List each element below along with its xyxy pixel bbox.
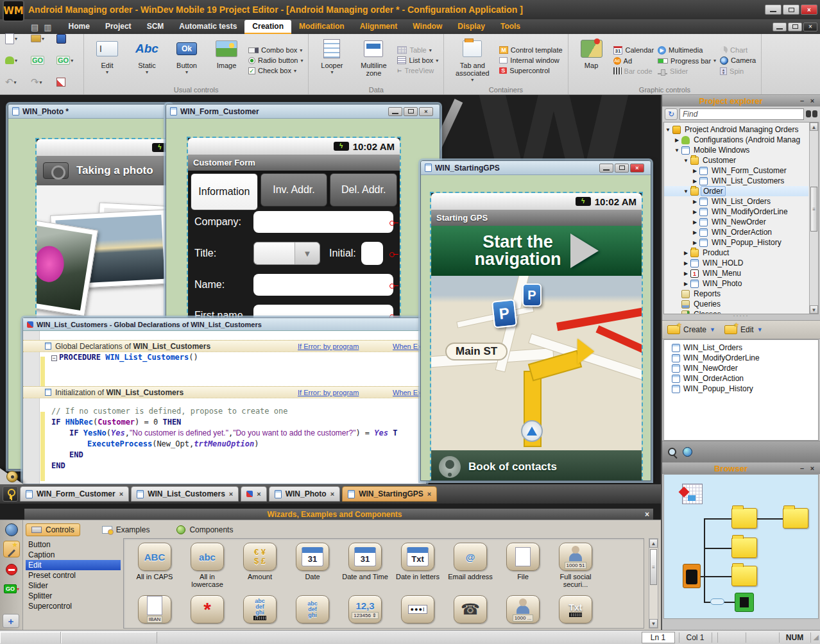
link-node-icon[interactable] (710, 598, 724, 605)
tab-del-addr[interactable]: Del. Addr. (330, 173, 397, 207)
code-line[interactable]: ExecuteProcess(New_Opt,trtMenuOption) (23, 439, 426, 450)
expand-icon[interactable]: ▶ (692, 168, 697, 174)
close-tab-icon[interactable]: × (229, 490, 233, 498)
win-form-title-bar[interactable]: WIN_Form_Customer × (166, 105, 440, 119)
combo-box-button[interactable]: Combo box▾ (248, 46, 303, 54)
tab-control-button[interactable]: Tab and associated▾ (449, 36, 495, 85)
tree-item[interactable]: ▼Mobile Windows (664, 145, 808, 155)
list-item[interactable]: WIN_NewOrder (665, 363, 817, 373)
mdi-close-button[interactable]: × (419, 107, 433, 116)
code-title-bar[interactable]: WIN_List_Customers - Global Declarations… (23, 318, 426, 331)
tree-item[interactable]: Reports (664, 289, 808, 299)
wizards-close-icon[interactable]: × (645, 510, 649, 519)
doc-tab-win_list_customers[interactable]: WIN_List_Customers× (131, 486, 239, 502)
button-control-button[interactable]: Ok Button▾ (169, 36, 205, 85)
find-input[interactable]: Find (679, 108, 804, 120)
wizard-badge-icon[interactable] (3, 521, 20, 538)
wizard-item[interactable]: abc def ghi (235, 595, 284, 623)
expand-icon[interactable]: ▶ (683, 250, 688, 256)
wizard-item[interactable]: 12,3123456 ⇕ (341, 595, 389, 623)
win-startinggps-window[interactable]: WIN_StartingGPS × ϟ 10:02 AM Starting GP… (420, 160, 651, 481)
expand-icon[interactable]: ▼ (683, 158, 688, 164)
expand-icon[interactable]: ▶ (674, 137, 679, 143)
scroll-thumb[interactable]: ≡ (810, 187, 817, 232)
go-test-button[interactable]: GO (31, 51, 53, 69)
static-control-button[interactable]: Abc Static▾ (129, 36, 165, 85)
code-line[interactable]: END (23, 450, 426, 461)
add-button[interactable]: + (3, 614, 19, 628)
mdi-close-button[interactable]: × (630, 164, 644, 173)
binoculars-icon[interactable] (806, 110, 817, 119)
tree-item[interactable]: ▶WIN_List_Orders (664, 196, 808, 207)
mdi-minimize-button[interactable] (388, 107, 402, 116)
wand-icon[interactable] (3, 541, 20, 557)
close-button[interactable]: × (801, 4, 817, 15)
expand-icon[interactable]: ▶ (692, 178, 697, 184)
tree-item[interactable]: ▶WIN_NewOrder (664, 217, 808, 227)
folder-node-icon[interactable] (731, 508, 757, 529)
minimize-button[interactable] (765, 4, 782, 15)
list-box-button[interactable]: List box▾ (397, 56, 438, 64)
mdi-restore-button[interactable] (404, 107, 418, 116)
expand-icon[interactable]: ▶ (692, 240, 697, 246)
child-minimize-button[interactable] (773, 22, 787, 31)
menu-tab-scm[interactable]: SCM (139, 20, 172, 34)
new-button[interactable]: ▾ (5, 30, 27, 47)
supercontrol-button[interactable]: SSupercontrol (499, 67, 562, 74)
win-gps-title-bar[interactable]: WIN_StartingGPS × (421, 161, 651, 175)
edit-control-button[interactable]: I Edit▾ (89, 36, 125, 85)
tree-item[interactable]: ▶WIN_OrderAction (664, 227, 808, 237)
if-error-link[interactable]: If Error: by program (298, 343, 359, 350)
menu-tab-display[interactable]: Display (450, 20, 493, 34)
category-edit[interactable]: Edit (26, 560, 121, 570)
expand-icon[interactable]: ▶ (683, 281, 688, 287)
wizard-item-email-address[interactable]: @Email address (446, 543, 495, 580)
code-line[interactable]: END (23, 461, 426, 471)
category-splitter[interactable]: Splitter (26, 591, 121, 601)
doc-tab-win_photo[interactable]: WIN_Photo× (269, 486, 340, 502)
if-error-link[interactable]: If Error: by program (298, 389, 359, 396)
category-button[interactable]: Button (26, 539, 121, 550)
doc-tab-win_startinggps[interactable]: WIN_StartingGPS× (342, 486, 437, 502)
close-tab-icon[interactable]: × (427, 490, 431, 498)
android-config-button[interactable]: ▾ (5, 51, 27, 69)
scroll-down-icon[interactable]: ▼ (649, 619, 658, 628)
menu-tab-alignment[interactable]: Alignment (352, 20, 406, 34)
tree-item[interactable]: ▶WIN_List_Customers (664, 176, 808, 186)
panel-minimize-icon[interactable]: – (797, 464, 807, 472)
menu-tab-project[interactable]: Project (98, 20, 139, 34)
wizards-scrollbar[interactable]: ▲ ≡ ▼ (649, 538, 658, 629)
resize-grip-icon[interactable]: ◢ (814, 633, 819, 641)
tree-item[interactable]: ▶WIN_Form_Customer (664, 165, 808, 176)
folder-node-icon[interactable] (731, 538, 757, 558)
code-line[interactable]: IF YesNo(Yes,"No customer is defined yet… (23, 428, 426, 439)
menu-tab-tools[interactable]: Tools (493, 20, 528, 34)
wizard-item-all-in-caps[interactable]: ABCAll in CAPS (130, 543, 179, 580)
expand-icon[interactable]: ▶ (692, 219, 697, 225)
wizard-item[interactable]: Txt (551, 595, 600, 623)
title-combo[interactable]: ▼ (253, 242, 320, 265)
open-button[interactable]: ▾ (31, 30, 53, 47)
maximize-button[interactable] (783, 4, 799, 15)
close-tab-icon[interactable]: × (330, 490, 334, 498)
control-template-button[interactable]: MControl template (499, 46, 562, 54)
tree-item[interactable]: ▶1WIN_Menu (664, 268, 808, 278)
calendar-button[interactable]: 31Calendar (613, 46, 654, 55)
panel-minimize-icon[interactable]: – (797, 97, 807, 105)
magnifier-icon[interactable] (667, 447, 678, 457)
wizard-item-all-in-lowercase[interactable]: abcAll in lowercase (183, 543, 232, 588)
tree-item[interactable]: ▶WIN_Photo (664, 278, 808, 289)
menu-tab-creation[interactable]: Creation (244, 20, 291, 34)
tab-information[interactable]: Information (191, 173, 258, 210)
tree-item[interactable]: ▼Project Android Managing Orders (664, 124, 808, 135)
tab-inv-addr[interactable]: Inv. Addr. (261, 173, 328, 207)
panel-close-icon[interactable]: × (807, 464, 817, 472)
close-tab-icon[interactable]: × (119, 490, 123, 498)
menu-tab-automatic-tests[interactable]: Automatic tests (171, 20, 244, 34)
go-project-button[interactable]: GO▾ (56, 51, 78, 69)
tree-item[interactable]: Queries (664, 299, 808, 309)
internal-window-button[interactable]: Internal window (499, 56, 562, 64)
panel-splitter[interactable]: ····· (662, 314, 820, 320)
wizard-item[interactable]: ☎ (446, 595, 495, 623)
wizard-item[interactable]: IBAN (130, 595, 179, 623)
